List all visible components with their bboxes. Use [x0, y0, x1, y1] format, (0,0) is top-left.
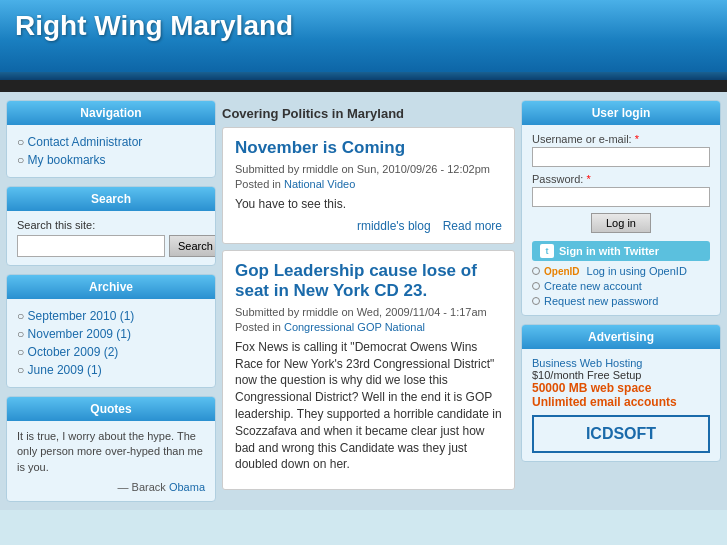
login-links: OpenID Log in using OpenID Create new ac…: [532, 265, 710, 307]
article-1-blog-link[interactable]: rmiddle's blog: [357, 219, 431, 233]
archive-title: Archive: [7, 275, 215, 299]
search-row: Search: [17, 235, 205, 257]
search-title: Search: [7, 187, 215, 211]
username-label: Username or e-mail: *: [532, 133, 710, 145]
ad-highlight-1: 50000 MB web space: [532, 381, 710, 395]
search-input[interactable]: [17, 235, 165, 257]
quotes-author-link[interactable]: Obama: [169, 481, 205, 493]
archive-box: Archive September 2010 (1) November 2009…: [6, 274, 216, 388]
article-2: Gop Leadership cause lose of seat in New…: [222, 250, 515, 490]
advertising-box: Advertising Business Web Hosting $10/mon…: [521, 324, 721, 462]
bullet-icon: [532, 267, 540, 275]
ad-box[interactable]: ICDSOFT: [532, 415, 710, 453]
article-1-read-more[interactable]: Read more: [443, 219, 502, 233]
archive-item: June 2009 (1): [17, 361, 205, 379]
article-2-meta-posted: Posted in Congressional GOP National: [235, 321, 502, 333]
password-label: Password: *: [532, 173, 710, 185]
article-2-meta-submitted: Submitted by rmiddle on Wed, 2009/11/04 …: [235, 306, 502, 318]
navigation-list: Contact Administrator My bookmarks: [17, 133, 205, 169]
article-1-meta-submitted: Submitted by rmiddle on Sun, 2010/09/26 …: [235, 163, 502, 175]
main-content-header: Covering Politics in Maryland: [222, 100, 515, 127]
quotes-title: Quotes: [7, 397, 215, 421]
archive-link-nov2009[interactable]: November 2009 (1): [28, 327, 131, 341]
nav-item-contact: Contact Administrator: [17, 133, 205, 151]
request-password-row: Request new password: [532, 295, 710, 307]
contact-admin-link[interactable]: Contact Administrator: [28, 135, 143, 149]
article-1-category-video[interactable]: Video: [327, 178, 355, 190]
left-sidebar: Navigation Contact Administrator My book…: [6, 100, 216, 502]
user-login-content: Username or e-mail: * Password: * Log in…: [522, 125, 720, 315]
archive-list: September 2010 (1) November 2009 (1) Oct…: [17, 307, 205, 379]
navigation-box: Navigation Contact Administrator My book…: [6, 100, 216, 178]
article-2-body: Fox News is calling it "Democrat Owens W…: [235, 339, 502, 473]
create-account-link[interactable]: Create new account: [544, 280, 642, 292]
archive-link-jun2009[interactable]: June 2009 (1): [28, 363, 102, 377]
twitter-signin-button[interactable]: t Sign in with Twitter: [532, 241, 710, 261]
request-password-link[interactable]: Request new password: [544, 295, 658, 307]
article-1-posted-label: Posted in: [235, 178, 281, 190]
archive-link-oct2009[interactable]: October 2009 (2): [28, 345, 119, 359]
dark-divider: [0, 80, 727, 92]
login-button[interactable]: Log in: [591, 213, 651, 233]
hosting-label: Business Web Hosting: [532, 357, 710, 369]
create-account-row: Create new account: [532, 280, 710, 292]
archive-item: September 2010 (1): [17, 307, 205, 325]
archive-content: September 2010 (1) November 2009 (1) Oct…: [7, 299, 215, 387]
main-layout: Navigation Contact Administrator My book…: [0, 92, 727, 510]
site-header: Right Wing Maryland: [0, 0, 727, 80]
ad-price: $10/month Free Setup: [532, 369, 710, 381]
openid-row: OpenID Log in using OpenID: [532, 265, 710, 277]
bullet-icon: [532, 297, 540, 305]
search-button[interactable]: Search: [169, 235, 216, 257]
quotes-box: Quotes It is true, I worry about the hyp…: [6, 396, 216, 502]
bullet-icon: [532, 282, 540, 290]
password-input[interactable]: [532, 187, 710, 207]
article-1-body: You have to see this.: [235, 196, 502, 213]
quotes-author: — Barack Obama: [17, 481, 205, 493]
article-2-category-congressional[interactable]: Congressional: [284, 321, 354, 333]
main-content: Covering Politics in Maryland November i…: [222, 100, 515, 502]
article-2-posted-label: Posted in: [235, 321, 281, 333]
navigation-title: Navigation: [7, 101, 215, 125]
quotes-content: It is true, I worry about the hype. The …: [7, 421, 215, 501]
ad-highlight-2: Unlimited email accounts: [532, 395, 710, 409]
openid-link[interactable]: Log in using OpenID: [587, 265, 687, 277]
search-label: Search this site:: [17, 219, 205, 231]
nav-item-bookmarks: My bookmarks: [17, 151, 205, 169]
advertising-content: Business Web Hosting $10/month Free Setu…: [522, 349, 720, 461]
search-content: Search this site: Search: [7, 211, 215, 265]
article-1-footer: rmiddle's blog Read more: [235, 219, 502, 233]
site-title: Right Wing Maryland: [15, 10, 712, 42]
username-input[interactable]: [532, 147, 710, 167]
article-1-category-national[interactable]: National: [284, 178, 324, 190]
my-bookmarks-link[interactable]: My bookmarks: [28, 153, 106, 167]
user-login-title: User login: [522, 101, 720, 125]
article-2-title[interactable]: Gop Leadership cause lose of seat in New…: [235, 261, 502, 301]
article-1: November is Coming Submitted by rmiddle …: [222, 127, 515, 244]
openid-icon: OpenID: [544, 266, 580, 277]
quotes-text: It is true, I worry about the hype. The …: [17, 429, 205, 475]
article-2-category-gop[interactable]: GOP: [357, 321, 381, 333]
article-2-category-national[interactable]: National: [385, 321, 425, 333]
advertising-title: Advertising: [522, 325, 720, 349]
archive-link-sep2010[interactable]: September 2010 (1): [28, 309, 135, 323]
archive-item: November 2009 (1): [17, 325, 205, 343]
archive-item: October 2009 (2): [17, 343, 205, 361]
search-box: Search Search this site: Search: [6, 186, 216, 266]
article-1-meta-posted: Posted in National Video: [235, 178, 502, 190]
navigation-content: Contact Administrator My bookmarks: [7, 125, 215, 177]
hosting-link[interactable]: Business Web Hosting: [532, 357, 642, 369]
right-sidebar: User login Username or e-mail: * Passwor…: [521, 100, 721, 502]
quotes-author-text: — Barack: [118, 481, 166, 493]
user-login-box: User login Username or e-mail: * Passwor…: [521, 100, 721, 316]
twitter-icon: t: [540, 244, 554, 258]
article-1-title[interactable]: November is Coming: [235, 138, 502, 158]
